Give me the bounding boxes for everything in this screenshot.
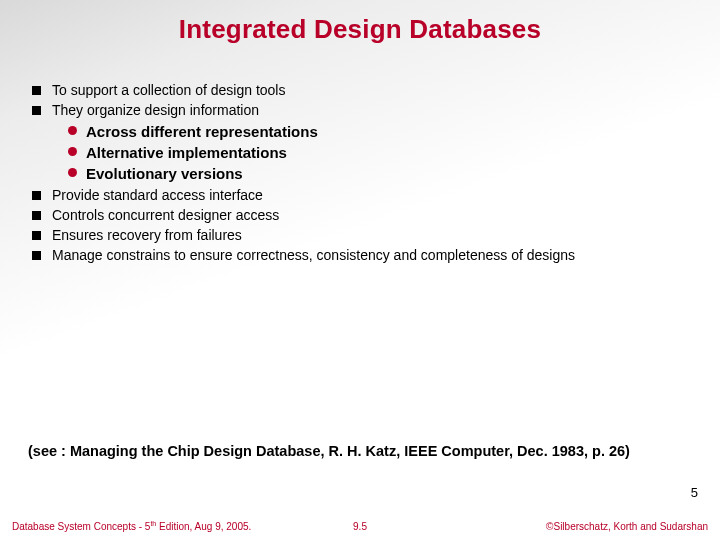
bullet-list-top: To support a collection of design tools … xyxy=(28,82,690,120)
sub-bullet-item: Alternative implementations xyxy=(28,143,690,162)
bullet-item: They organize design information xyxy=(28,102,690,120)
page-number-large: 5 xyxy=(691,485,698,500)
bullet-item: To support a collection of design tools xyxy=(28,82,690,100)
slide-content: To support a collection of design tools … xyxy=(28,82,690,267)
bullet-list-bottom: Provide standard access interface Contro… xyxy=(28,187,690,265)
reference-text: (see : Managing the Chip Design Database… xyxy=(28,442,690,462)
footer-right: ©Silberschatz, Korth and Sudarshan xyxy=(546,521,708,532)
sub-bullet-item: Evolutionary versions xyxy=(28,164,690,183)
bullet-item: Provide standard access interface xyxy=(28,187,690,205)
slide: Integrated Design Databases To support a… xyxy=(0,0,720,540)
slide-title: Integrated Design Databases xyxy=(0,14,720,45)
bullet-item: Ensures recovery from failures xyxy=(28,227,690,245)
sub-bullet-item: Across different representations xyxy=(28,122,690,141)
bullet-item: Manage constrains to ensure correctness,… xyxy=(28,247,690,265)
bullet-item: Controls concurrent designer access xyxy=(28,207,690,225)
sub-bullet-list: Across different representations Alterna… xyxy=(28,122,690,184)
